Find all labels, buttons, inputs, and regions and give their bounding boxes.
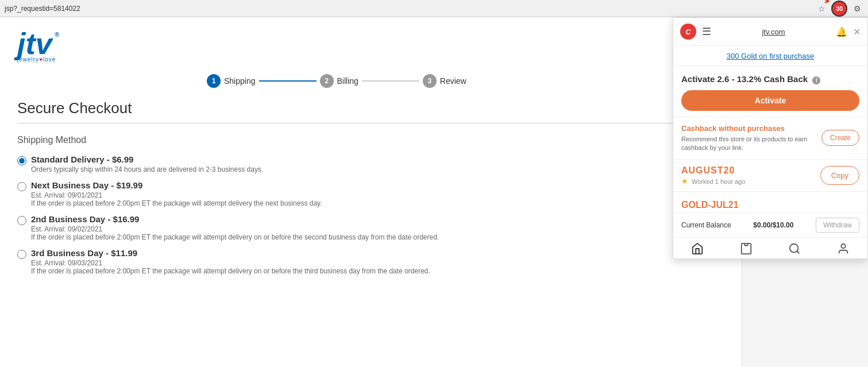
shipping-options: Standard Delivery - $6.99 Orders typical… — [17, 154, 724, 275]
shipping-threeday-title: 3rd Business Day - $11.99 — [31, 248, 430, 258]
popup-logo-icon: C — [680, 24, 696, 40]
cashback-without-desc: Recommend this store or its products to … — [681, 135, 816, 153]
nav-clipboard-icon[interactable] — [740, 242, 753, 255]
coupon-code-august20: AUGUST20 — [681, 165, 745, 176]
shipping-twoday-desc: Est. Arrival: 09/02/2021If the order is … — [31, 225, 439, 241]
extension-button[interactable]: 30 — [831, 1, 847, 17]
step-circle-3: 3 — [423, 74, 437, 88]
svg-line-2 — [797, 252, 800, 254]
svg-point-3 — [841, 244, 845, 248]
svg-point-1 — [790, 244, 798, 253]
svg-rect-0 — [744, 244, 748, 246]
shipping-nextday-title: Next Business Day - $19.99 — [31, 180, 322, 190]
title-divider — [17, 123, 724, 123]
step-circle-1: 1 — [207, 74, 221, 88]
coupon-time-august20: Worked 1 hour ago — [692, 178, 745, 185]
popup-close-icon[interactable]: ✕ — [853, 26, 861, 37]
balance-label: Current Balance — [681, 221, 731, 229]
shipping-radio-standard[interactable] — [17, 156, 26, 165]
step-review: 3 Review — [423, 74, 466, 88]
step-label-shipping: Shipping — [224, 76, 256, 86]
nav-home-icon[interactable] — [691, 242, 704, 255]
step-line-2 — [362, 80, 419, 82]
shipping-radio-nextday[interactable] — [17, 182, 26, 191]
logo-tagline: jewelry♥love — [17, 56, 56, 63]
balance-value: $0.00/$10.00 — [753, 221, 793, 229]
shipping-option-nextday[interactable]: Next Business Day - $19.99 Est. Arrival:… — [17, 180, 724, 207]
shipping-standard-desc: Orders typically ship within 24 hours an… — [31, 165, 263, 173]
cashback-without-text: Cashback without purchases Recommend thi… — [681, 124, 816, 153]
step-circle-2: 2 — [320, 74, 334, 88]
nav-search-icon[interactable] — [788, 242, 801, 255]
step-shipping: 1 Shipping — [207, 74, 256, 88]
create-link-button[interactable]: Create — [821, 130, 859, 146]
cashback-without-title: Cashback without purchases — [681, 124, 816, 133]
step-label-review: Review — [440, 76, 466, 86]
step-label-billing: Billing — [337, 76, 358, 86]
copy-august20-button[interactable]: Copy — [820, 166, 859, 185]
cashback-without-section: Cashback without purchases Recommend thi… — [673, 117, 867, 160]
section-title: Shipping Method — [17, 135, 724, 145]
checkout-main: jtv ® jewelry♥love 1 Shipping 2 Billing … — [0, 17, 742, 367]
browser-icons: ☆ 30 ➜ ⚙ — [815, 1, 863, 17]
shipping-option-standard[interactable]: Standard Delivery - $6.99 Orders typical… — [17, 154, 724, 173]
shipping-radio-threeday[interactable] — [17, 250, 26, 259]
popup-domain[interactable]: jtv.com — [717, 28, 830, 36]
shipping-standard-title: Standard Delivery - $6.99 — [31, 154, 263, 164]
jtv-logo: jtv ® jewelry♥love — [17, 29, 724, 63]
popup-bell-icon[interactable]: 🔔 — [836, 26, 847, 37]
shipping-twoday-title: 2nd Business Day - $16.99 — [31, 214, 439, 224]
gold-offer-link[interactable]: 300 Gold on first purchase — [727, 52, 814, 60]
gold-offer-section: 300 Gold on first purchase — [673, 46, 867, 66]
coupon-star-august20: ★ — [681, 177, 688, 186]
settings-icon[interactable]: ⚙ — [851, 2, 863, 15]
browser-url: jsp?_requestid=5814022 — [5, 5, 815, 13]
step-line-1 — [259, 80, 317, 82]
nav-person-icon[interactable] — [837, 242, 850, 255]
shipping-option-threeday[interactable]: 3rd Business Day - $11.99 Est. Arrival: … — [17, 248, 724, 275]
page-content: jtv ® jewelry♥love 1 Shipping 2 Billing … — [0, 17, 868, 367]
shipping-nextday-desc: Est. Arrival: 09/01/2021If the order is … — [31, 191, 322, 207]
browser-bar: jsp?_requestid=5814022 ☆ 30 ➜ ⚙ — [0, 0, 868, 17]
page-title: Secure Checkout — [17, 99, 724, 117]
checkout-steps: 1 Shipping 2 Billing 3 Review — [207, 74, 724, 88]
shipping-option-twoday[interactable]: 2nd Business Day - $16.99 Est. Arrival: … — [17, 214, 724, 241]
popup-header: C ☰ jtv.com 🔔 ✕ — [673, 18, 867, 46]
coupon-gold-jul21: GOLD-JUL21 — [673, 192, 867, 213]
coupon-code-goldjul: GOLD-JUL21 — [681, 200, 739, 210]
shipping-threeday-desc: Est. Arrival: 09/03/2021If the order is … — [31, 259, 430, 275]
shipping-radio-twoday[interactable] — [17, 216, 26, 225]
withdraw-button[interactable]: Withdraw — [816, 218, 859, 233]
coupon-august20: AUGUST20 ★ Worked 1 hour ago Copy — [673, 160, 867, 192]
extension-popup: C ☰ jtv.com 🔔 ✕ 300 Gold on first purcha… — [673, 17, 868, 259]
activate-cashback-button[interactable]: Activate — [681, 90, 859, 111]
cashback-info-icon[interactable]: i — [812, 76, 820, 84]
cashback-section: Activate 2.6 - 13.2% Cash Back i Activat… — [673, 66, 867, 117]
popup-balance-bar: Current Balance $0.00/$10.00 Withdraw — [673, 213, 867, 237]
popup-nav — [673, 237, 867, 258]
cashback-title: Activate 2.6 - 13.2% Cash Back i — [681, 74, 859, 84]
step-billing: 2 Billing — [320, 74, 358, 88]
popup-menu-icon[interactable]: ☰ — [702, 25, 711, 38]
coupon-meta-august20: ★ Worked 1 hour ago — [681, 177, 745, 186]
